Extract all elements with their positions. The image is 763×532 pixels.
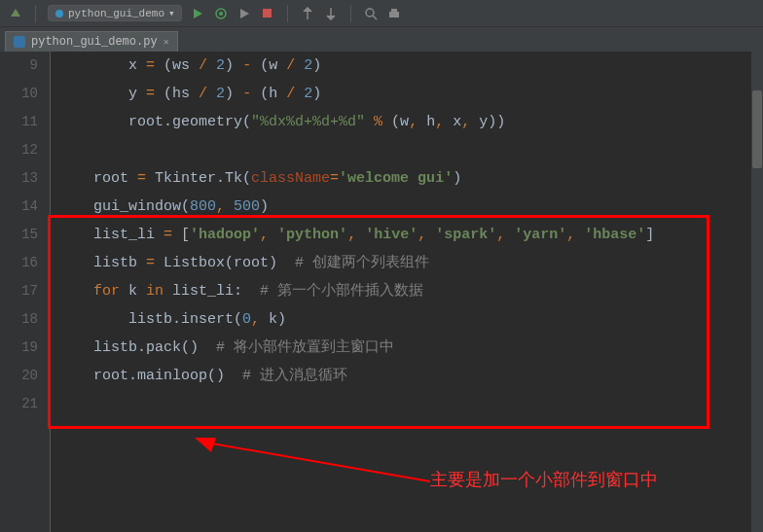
svg-rect-6	[389, 12, 399, 18]
line-number: 11	[0, 108, 38, 136]
line-number: 20	[0, 362, 38, 390]
divider	[350, 5, 351, 22]
stop-icon[interactable]	[260, 6, 275, 21]
code-line[interactable]: root.geometry("%dx%d+%d+%d" % (w, h, x, …	[58, 108, 763, 136]
line-number: 19	[0, 334, 38, 362]
svg-rect-8	[14, 36, 25, 48]
python-file-icon	[14, 36, 25, 48]
run-coverage-icon[interactable]	[236, 6, 252, 21]
vcs-icon[interactable]	[300, 6, 315, 21]
run-config-dropdown[interactable]: python_gui_demo ▾	[48, 5, 182, 21]
code-line[interactable]: listb.pack() # 将小部件放置到主窗口中	[58, 334, 763, 362]
run-icon[interactable]	[190, 6, 205, 21]
print-icon[interactable]	[386, 6, 402, 21]
editor-area: 9101112131415161718192021 x = (ws / 2) -…	[0, 52, 763, 532]
gutter: 9101112131415161718192021	[0, 52, 51, 532]
code-line[interactable]	[58, 390, 763, 418]
line-number: 9	[0, 52, 38, 80]
code-line[interactable]: x = (ws / 2) - (w / 2)	[58, 52, 763, 80]
svg-marker-10	[195, 438, 216, 452]
code-editor[interactable]: x = (ws / 2) - (w / 2) y = (hs / 2) - (h…	[51, 52, 763, 532]
code-line[interactable]: listb = Listbox(root) # 创建两个列表组件	[58, 249, 763, 277]
code-line[interactable]: root = Tkinter.Tk(className='welcome gui…	[58, 164, 763, 193]
code-line[interactable]: y = (hs / 2) - (h / 2)	[58, 80, 763, 108]
line-number: 21	[0, 390, 38, 418]
svg-line-9	[206, 443, 430, 481]
svg-rect-7	[391, 9, 397, 12]
code-line[interactable]: list_li = ['hadoop', 'python', 'hive', '…	[58, 221, 763, 249]
code-line[interactable]: gui_window(800, 500)	[58, 193, 763, 221]
chevron-down-icon: ▾	[168, 7, 175, 19]
annotation-arrow	[187, 433, 440, 501]
svg-point-2	[219, 12, 223, 16]
svg-rect-3	[263, 9, 272, 18]
scrollbar-thumb[interactable]	[752, 90, 762, 168]
line-number: 16	[0, 249, 38, 277]
code-line[interactable]: listb.insert(0, k)	[58, 305, 763, 334]
svg-point-0	[55, 10, 63, 18]
line-number: 13	[0, 164, 38, 193]
close-icon[interactable]: ✕	[164, 36, 169, 48]
run-config-label: python_gui_demo	[68, 8, 164, 19]
vertical-scrollbar[interactable]	[751, 52, 763, 532]
line-number: 15	[0, 221, 38, 249]
toolbar: python_gui_demo ▾	[0, 0, 763, 27]
annotation-text: 主要是加一个小部件到窗口中	[430, 466, 658, 494]
debug-icon[interactable]	[213, 6, 229, 21]
divider	[287, 5, 288, 22]
line-number: 12	[0, 136, 38, 164]
code-line[interactable]: for k in list_li: # 第一个小部件插入数据	[58, 277, 763, 305]
tab-filename: python_gui_demo.py	[31, 35, 158, 49]
line-number: 17	[0, 277, 38, 305]
vcs-update-icon[interactable]	[323, 6, 339, 21]
line-number: 10	[0, 80, 38, 108]
svg-point-4	[366, 9, 374, 17]
build-icon[interactable]	[8, 6, 23, 21]
code-line[interactable]	[58, 136, 763, 164]
divider	[35, 5, 36, 22]
line-number: 18	[0, 305, 38, 334]
tab-python-gui-demo[interactable]: python_gui_demo.py ✕	[5, 31, 178, 52]
line-number: 14	[0, 193, 38, 221]
search-icon[interactable]	[363, 6, 379, 21]
tab-bar: python_gui_demo.py ✕	[0, 27, 763, 52]
code-line[interactable]: root.mainloop() # 进入消息循环	[58, 362, 763, 390]
svg-line-5	[373, 16, 377, 19]
